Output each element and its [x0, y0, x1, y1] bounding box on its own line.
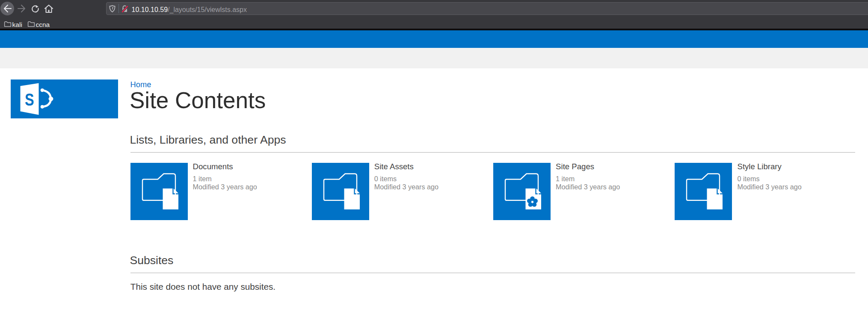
svg-text:S: S	[25, 89, 34, 109]
